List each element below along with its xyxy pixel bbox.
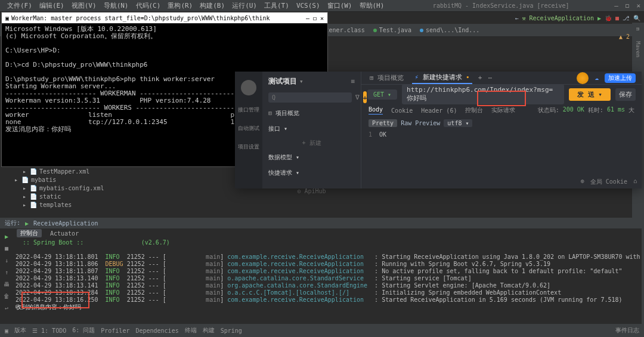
console-tab-output[interactable]: 控制台 bbox=[17, 229, 42, 237]
tree-item[interactable]: ▸ 📄 TestMapper.xml bbox=[12, 167, 167, 175]
api-sidebar: 接口管理 自动测试 项目设置 bbox=[235, 72, 262, 188]
debug-icon[interactable]: 🐞 bbox=[605, 15, 612, 21]
tab-add[interactable]: + bbox=[478, 74, 482, 82]
menu-item[interactable]: 重构(R) bbox=[164, 1, 196, 10]
side-settings[interactable]: 项目设置 bbox=[238, 143, 259, 151]
stop-icon[interactable]: ■ bbox=[2, 245, 11, 253]
console: 控制台 Actuator :: Spring Boot :: (v2.6.7) … bbox=[13, 228, 642, 324]
tree-item[interactable]: ▸ 📄 mybatis bbox=[12, 175, 167, 184]
status-item[interactable]: Profiler bbox=[101, 327, 129, 334]
rerun-icon[interactable]: ▶ bbox=[2, 233, 11, 242]
maven-label[interactable]: Maven bbox=[635, 41, 641, 57]
down-icon[interactable]: ↓ bbox=[2, 257, 11, 265]
editor-tab[interactable]: send\...\Ind... bbox=[417, 26, 482, 34]
status-item[interactable]: 6: 问题 bbox=[72, 326, 95, 335]
upload-badge[interactable]: 加速上传 bbox=[605, 73, 636, 83]
send-button[interactable]: 发 送 ▾ bbox=[569, 88, 611, 101]
tree-datamodel[interactable]: 数据模型 ▾ bbox=[268, 152, 355, 163]
maximize-icon[interactable]: ◻ bbox=[626, 2, 630, 10]
status-item[interactable]: Spring bbox=[221, 327, 242, 334]
project-menu-icon[interactable]: ≡ bbox=[351, 78, 355, 85]
save-button[interactable]: 保存 bbox=[615, 88, 636, 101]
menu-item[interactable]: 文件(F) bbox=[4, 1, 36, 10]
menu-item[interactable]: 编辑(E) bbox=[36, 1, 68, 10]
hammer-icon[interactable]: ⚒ bbox=[522, 15, 526, 21]
up-icon[interactable]: ↑ bbox=[2, 269, 11, 277]
tree-overview[interactable]: ⊞ 项目概览 bbox=[268, 108, 355, 119]
subtab-actual[interactable]: 实际请求 bbox=[491, 106, 515, 115]
run-config-name[interactable]: ReceiveApplication bbox=[33, 220, 98, 227]
method-select[interactable]: GET ▾ bbox=[367, 89, 397, 100]
event-log[interactable]: 事件日志 bbox=[615, 326, 639, 335]
side-auto-test[interactable]: 自动测试 bbox=[238, 125, 259, 132]
menu-item[interactable]: VCS(S) bbox=[293, 1, 324, 10]
tree-quickreq[interactable]: 快捷请求 ▾ bbox=[268, 168, 355, 178]
status-item[interactable]: 版本 bbox=[14, 326, 26, 335]
menu-item[interactable]: 帮助(H) bbox=[356, 1, 388, 10]
expand-icon[interactable]: ⌂ bbox=[633, 178, 637, 186]
maven-icon[interactable]: m bbox=[635, 27, 641, 30]
tree-item[interactable]: ▸ 📄 static bbox=[12, 192, 167, 200]
status-item[interactable]: 构建 bbox=[203, 326, 215, 335]
subtab-console[interactable]: 控制台 bbox=[465, 106, 483, 115]
tree-add[interactable]: + 新建 bbox=[268, 139, 355, 147]
avatar[interactable] bbox=[241, 80, 256, 95]
search-input[interactable] bbox=[268, 92, 352, 103]
menu-item[interactable]: 导航(N) bbox=[100, 1, 132, 10]
resp-pretty[interactable]: Pretty bbox=[369, 119, 397, 127]
nav-back-icon[interactable]: ← bbox=[515, 15, 519, 21]
menu-item[interactable]: 运行(U) bbox=[228, 1, 261, 10]
resp-encoding[interactable]: utf8 ▾ bbox=[444, 119, 472, 127]
resp-preview[interactable]: Preview bbox=[415, 120, 440, 126]
menu-item[interactable]: 构建(B) bbox=[196, 1, 228, 10]
project-title[interactable]: 测试项目 bbox=[268, 76, 297, 86]
subtab-cookie[interactable]: Cookie bbox=[391, 107, 413, 114]
run-play-icon[interactable]: ▶ bbox=[25, 220, 29, 227]
status-item[interactable]: ☰ 1: TODO bbox=[32, 327, 66, 334]
tree-item[interactable]: ▸ 📄 templates bbox=[12, 200, 167, 209]
subtab-body[interactable]: Body bbox=[369, 106, 383, 115]
file-icon: ▸ 📄 bbox=[23, 193, 37, 200]
search-icon[interactable]: 🔍 bbox=[633, 15, 640, 21]
cookie-icon[interactable]: ⊕ bbox=[581, 178, 584, 186]
run-icon[interactable]: ▶ bbox=[597, 15, 601, 21]
cloud-icon[interactable]: ☁ bbox=[595, 74, 599, 82]
status-bar: ▣版本☰ 1: TODO6: 问题ProfilerDependencies终端构… bbox=[0, 324, 644, 337]
menu-item[interactable]: 工具(T) bbox=[261, 1, 293, 10]
menu-item[interactable]: 视图(V) bbox=[68, 1, 100, 10]
subtab-header[interactable]: Header (6) bbox=[421, 107, 457, 114]
console-tab-actuator[interactable]: Actuator bbox=[50, 230, 79, 237]
editor-tab[interactable]: Test.java bbox=[371, 26, 414, 34]
status-item[interactable]: 终端 bbox=[185, 326, 197, 335]
chevron-down-icon[interactable]: ▾ bbox=[299, 78, 304, 85]
url-input[interactable]: http://thinkphp6.com/Index/index?msg=你好吗 bbox=[402, 84, 564, 104]
warning-badge[interactable]: ▲ 2 bbox=[619, 33, 630, 40]
tree-item[interactable]: ▸ 📄 mybatis-config.xml bbox=[12, 184, 167, 192]
response-toolbar: Pretty Raw Preview utf8 ▾ bbox=[361, 117, 642, 129]
avatar-icon[interactable] bbox=[577, 72, 589, 84]
close-icon[interactable]: ✕ bbox=[636, 2, 640, 10]
global-cookie[interactable]: 全局 Cookie bbox=[590, 178, 627, 186]
file-icon: ▸ 📄 bbox=[23, 202, 37, 208]
print-icon[interactable]: 🖶 bbox=[2, 281, 11, 289]
status-item[interactable]: Dependencies bbox=[135, 327, 178, 334]
menu-item[interactable]: 窗口(W) bbox=[324, 1, 356, 10]
git-icon[interactable]: ⎇ bbox=[623, 15, 630, 21]
resp-raw[interactable]: Raw bbox=[401, 120, 411, 126]
tool-icon[interactable]: ▣ bbox=[5, 327, 8, 334]
wrap-icon[interactable]: ↩ bbox=[2, 305, 11, 313]
menu-item[interactable]: 代码(C) bbox=[132, 1, 165, 10]
run-config[interactable]: ReceiveApplication bbox=[530, 15, 594, 21]
tab-overview[interactable]: ⊞ 项目概览 bbox=[367, 72, 406, 84]
minimize-icon[interactable]: — bbox=[614, 2, 618, 10]
tree-interface[interactable]: 接口 ▾ bbox=[268, 123, 355, 134]
tab-more[interactable]: ⋯ bbox=[488, 74, 492, 82]
stop-icon[interactable]: ■ bbox=[615, 15, 619, 21]
api-client: 接口管理 自动测试 项目设置 测试项目 ▾ ≡ ∇ + ⊞ 项目概览 接口 ▾ … bbox=[235, 72, 642, 188]
time-value: 61 ms bbox=[607, 106, 625, 115]
side-api-mgmt[interactable]: 接口管理 bbox=[238, 106, 259, 114]
trash-icon[interactable]: 🗑 bbox=[2, 293, 11, 301]
filter-icon[interactable]: ∇ bbox=[355, 94, 360, 101]
cmd-window-controls: — ◻ ✕ bbox=[306, 15, 324, 21]
tab-new-request[interactable]: ⚡ 新建快捷请求 • bbox=[412, 72, 472, 84]
